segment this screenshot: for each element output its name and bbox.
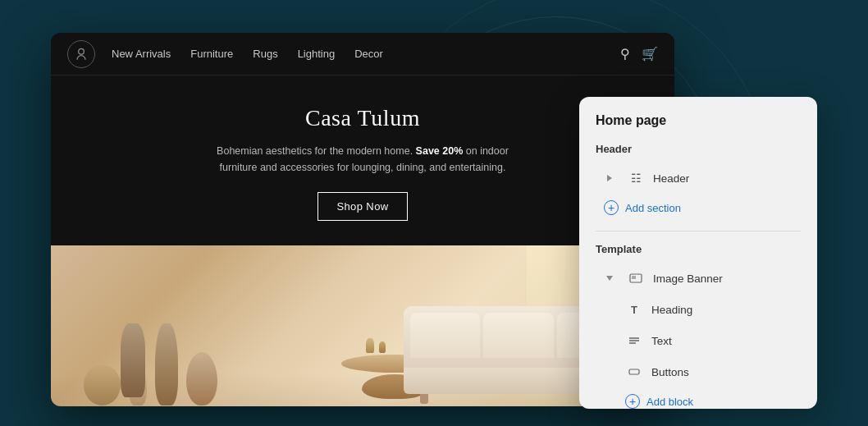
plant-vase-area [121,323,145,397]
hero-subtitle-bold: Save 20% [416,145,464,157]
nav-link-rugs[interactable]: Rugs [253,48,277,60]
table-object1 [366,338,374,353]
nav-link-lighting[interactable]: Lighting [298,48,336,60]
nav-link-furniture[interactable]: Furniture [190,48,233,60]
panel-divider-1 [596,231,801,231]
vase-round [84,364,121,405]
cart-icon[interactable]: 🛒 [642,46,658,62]
vase-tall [155,323,178,405]
svg-rect-6 [629,369,639,374]
hero-subtitle-plain: Bohemian aesthetics for the modern home. [217,145,416,157]
nav-links: New Arrivals Furniture Rugs Lighting Dec… [112,48,620,60]
heading-icon: T [625,300,643,318]
hero-title: Casa Tulum [67,105,658,131]
sofa-leg-1 [420,394,428,404]
side-panel: Home page Header ☷ Header + Add section … [579,97,817,409]
sofa-cushion-1 [410,313,480,358]
vase-group-left [84,323,217,405]
buttons-label: Buttons [651,366,689,378]
panel-item-image-banner[interactable]: Image Banner [596,263,801,293]
table-object2 [379,341,386,353]
panel-item-header[interactable]: ☷ Header [596,163,801,193]
svg-point-0 [79,48,85,54]
nav-icons: ⚲ 🛒 [620,46,658,62]
buttons-icon [625,363,643,381]
add-section-button[interactable]: + Add section [596,195,801,221]
panel-template-label: Template [596,243,801,255]
header-icon: ☷ [627,169,645,187]
vase-wide [186,352,217,405]
panel-header-label: Header [596,143,801,155]
text-label: Text [651,335,672,347]
hero-subtitle: Bohemian aesthetics for the modern home.… [207,143,519,176]
panel-item-text[interactable]: Text [596,326,801,355]
shop-now-button[interactable]: Shop Now [318,192,407,221]
sofa-cushion-2 [483,313,553,358]
nav-link-new-arrivals[interactable]: New Arrivals [112,48,171,60]
svg-rect-2 [632,276,636,279]
image-banner-icon [627,269,645,287]
add-section-icon: + [604,200,619,215]
search-icon[interactable]: ⚲ [620,46,630,62]
chevron-right-icon [604,172,615,184]
nav-bar: New Arrivals Furniture Rugs Lighting Dec… [51,33,674,76]
chevron-down-icon [604,273,615,284]
panel-title: Home page [596,113,801,128]
panel-item-buttons[interactable]: Buttons [596,357,801,387]
add-block-icon: + [625,394,640,409]
panel-item-heading[interactable]: T Heading [596,295,801,324]
image-banner-label: Image Banner [653,273,723,285]
nav-link-decor[interactable]: Decor [354,48,383,60]
add-block-button[interactable]: + Add block [596,388,801,409]
tall-vase [121,323,145,397]
add-section-label: Add section [625,202,681,214]
text-icon [625,332,643,350]
panel-header-item-label: Header [653,172,689,185]
add-block-label: Add block [646,396,693,408]
table-objects [366,338,386,353]
heading-label: Heading [651,304,692,316]
brand-logo[interactable] [67,40,95,68]
